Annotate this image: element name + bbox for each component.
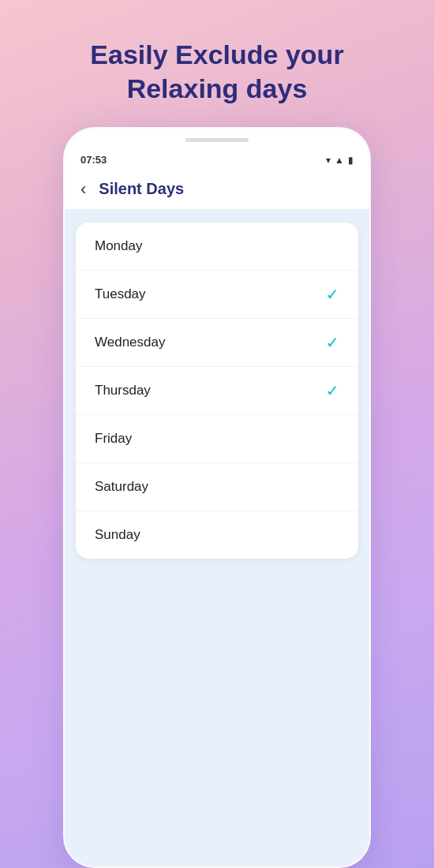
day-row-wednesday[interactable]: Wednesday✓ xyxy=(76,319,358,367)
content-area: Monday✓Tuesday✓Wednesday✓Thursday✓Friday… xyxy=(65,210,369,866)
day-label-friday: Friday xyxy=(95,431,132,447)
status-bar: 07:53 ▾ ▲ ▮ xyxy=(65,151,369,170)
headline-line2: Relaxing days xyxy=(127,73,308,103)
days-card: Monday✓Tuesday✓Wednesday✓Thursday✓Friday… xyxy=(76,223,358,559)
day-row-sunday[interactable]: Sunday✓ xyxy=(76,511,358,559)
headline: Easily Exclude your Relaxing days xyxy=(58,0,375,127)
day-label-wednesday: Wednesday xyxy=(95,335,165,350)
phone-notch xyxy=(65,129,369,151)
day-row-thursday[interactable]: Thursday✓ xyxy=(76,367,358,415)
battery-icon: ▮ xyxy=(348,155,354,166)
phone-frame: 07:53 ▾ ▲ ▮ ‹ Silent Days Monday✓Tuesday… xyxy=(63,127,371,868)
check-icon-tuesday: ✓ xyxy=(326,285,339,304)
headline-line1: Easily Exclude your xyxy=(90,39,343,69)
notch-pill xyxy=(185,138,249,142)
day-label-tuesday: Tuesday xyxy=(95,286,146,302)
check-icon-thursday: ✓ xyxy=(326,381,339,400)
back-button[interactable]: ‹ xyxy=(80,181,86,198)
day-row-friday[interactable]: Friday✓ xyxy=(76,415,358,463)
status-time: 07:53 xyxy=(80,154,107,166)
wifi-icon: ▾ xyxy=(326,155,331,166)
day-label-sunday: Sunday xyxy=(95,527,140,543)
check-icon-wednesday: ✓ xyxy=(326,333,339,352)
app-header: ‹ Silent Days xyxy=(65,170,369,210)
day-row-monday[interactable]: Monday✓ xyxy=(76,223,358,271)
day-row-tuesday[interactable]: Tuesday✓ xyxy=(76,271,358,319)
day-label-saturday: Saturday xyxy=(95,479,148,495)
status-icons: ▾ ▲ ▮ xyxy=(326,155,354,166)
day-row-saturday[interactable]: Saturday✓ xyxy=(76,463,358,511)
page-title: Silent Days xyxy=(99,180,184,198)
day-label-thursday: Thursday xyxy=(95,383,151,398)
day-label-monday: Monday xyxy=(95,238,142,254)
signal-icon: ▲ xyxy=(335,155,344,166)
